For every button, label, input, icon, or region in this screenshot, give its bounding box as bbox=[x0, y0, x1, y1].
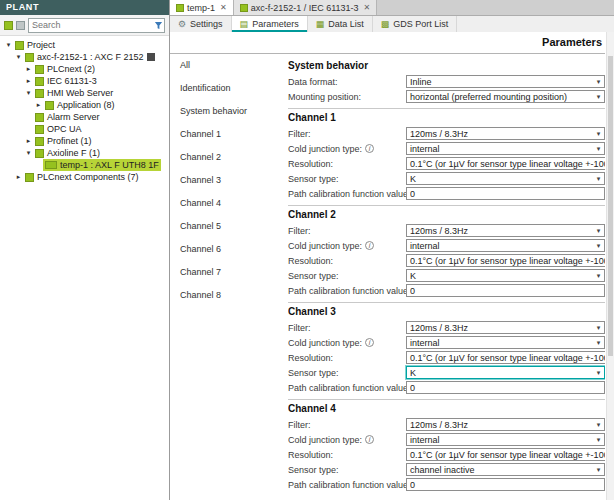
filter-icon[interactable] bbox=[152, 21, 164, 30]
field-label-text: Sensor type: bbox=[288, 465, 339, 475]
path-calibration-function-value-input[interactable] bbox=[406, 187, 605, 200]
field-row: Path calibration function value: bbox=[288, 381, 605, 394]
field-control bbox=[406, 381, 605, 394]
tree-view-icon[interactable] bbox=[4, 21, 13, 30]
info-icon[interactable]: i bbox=[365, 241, 374, 250]
tab-gds-port-list[interactable]: ▩ GDS Port List bbox=[373, 16, 458, 32]
params-nav-channel-5[interactable]: Channel 5 bbox=[170, 215, 282, 238]
cold-junction-type-select[interactable]: internal▾ bbox=[406, 142, 605, 155]
vertical-scrollbar[interactable] bbox=[606, 32, 614, 500]
tab-data-list[interactable]: ▦ Data List bbox=[308, 16, 373, 32]
tree-item-profinet-1[interactable]: ▸Profinet (1) bbox=[0, 135, 169, 147]
tree-item-axc-f-2152-1-axc-f-2152[interactable]: ▾axc-f-2152-1 : AXC F 2152 bbox=[0, 51, 169, 63]
close-icon[interactable]: ✕ bbox=[220, 3, 227, 12]
info-icon[interactable]: i bbox=[365, 144, 374, 153]
params-nav-channel-4[interactable]: Channel 4 bbox=[170, 192, 282, 215]
path-calibration-function-value-input[interactable] bbox=[406, 284, 605, 297]
field-row: Resolution:0.1°C (or 1µV for sensor type… bbox=[288, 448, 605, 461]
expand-arrow[interactable]: ▸ bbox=[34, 99, 43, 111]
tree-item-axioline-f-1[interactable]: ▾Axioline F (1) bbox=[0, 147, 169, 159]
data-format-select[interactable]: Inline▾ bbox=[406, 75, 605, 88]
select-value: K bbox=[407, 368, 593, 378]
expand-arrow[interactable]: ▾ bbox=[24, 87, 33, 99]
tree-item-application-8[interactable]: ▸Application (8) bbox=[0, 99, 169, 111]
tree-item-temp-1-axl-f-uth8-1f[interactable]: temp-1 : AXL F UTH8 1F bbox=[0, 159, 169, 171]
tree-item-plcnext-components-7[interactable]: ▸PLCnext Components (7) bbox=[0, 171, 169, 183]
sensor-type-select[interactable]: K▾ bbox=[406, 366, 605, 379]
tree-item-label: Application (8) bbox=[57, 100, 115, 110]
tab-label: temp-1 bbox=[187, 3, 215, 13]
field-label-text: Filter: bbox=[288, 226, 311, 236]
tab-settings[interactable]: ⚙ Settings bbox=[170, 16, 232, 32]
scrollbar-thumb[interactable] bbox=[608, 56, 613, 356]
filter-select[interactable]: 120ms / 8.3Hz▾ bbox=[406, 418, 605, 431]
profinet-icon bbox=[35, 137, 44, 146]
field-label-text: Resolution: bbox=[288, 450, 333, 460]
sensor-type-select[interactable]: K▾ bbox=[406, 172, 605, 185]
resolution-select[interactable]: 0.1°C (or 1µV for sensor type linear vol… bbox=[406, 157, 605, 170]
tree-item-project[interactable]: ▾Project bbox=[0, 39, 169, 51]
resolution-select[interactable]: 0.1°C (or 1µV for sensor type linear vol… bbox=[406, 448, 605, 461]
tree-item-content: IEC 61131-3 bbox=[33, 75, 99, 87]
tree-item-plcnext-2[interactable]: ▸PLCnext (2) bbox=[0, 63, 169, 75]
tree-item-iec-61131-3[interactable]: ▸IEC 61131-3 bbox=[0, 75, 169, 87]
tab-temp-1[interactable]: temp-1 ✕ bbox=[170, 0, 234, 15]
ribbon-label: Data List bbox=[328, 19, 364, 29]
filter-select[interactable]: 120ms / 8.3Hz▾ bbox=[406, 321, 605, 334]
params-nav-identification[interactable]: Identification bbox=[170, 77, 282, 100]
search-input[interactable] bbox=[29, 20, 152, 30]
cold-junction-type-select[interactable]: internal▾ bbox=[406, 239, 605, 252]
params-nav-channel-7[interactable]: Channel 7 bbox=[170, 261, 282, 284]
params-nav-channel-8[interactable]: Channel 8 bbox=[170, 284, 282, 307]
select-value: channel inactive bbox=[407, 465, 593, 475]
field-label: Cold junction type:i bbox=[288, 144, 406, 154]
close-icon[interactable]: ✕ bbox=[364, 3, 371, 12]
expand-arrow[interactable]: ▸ bbox=[14, 171, 23, 183]
field-control bbox=[406, 284, 605, 297]
cold-junction-type-select[interactable]: internal▾ bbox=[406, 336, 605, 349]
tree-options-icon[interactable] bbox=[16, 21, 25, 30]
info-icon[interactable]: i bbox=[365, 435, 374, 444]
sensor-type-select[interactable]: channel inactive▾ bbox=[406, 463, 605, 476]
tab-axc-f-2152-1-iec-61131-3[interactable]: axc-f-2152-1 / IEC 61131-3 ✕ bbox=[234, 0, 378, 15]
mounting-position-select[interactable]: horizontal (preferred mounting position)… bbox=[406, 90, 605, 103]
resolution-select[interactable]: 0.1°C (or 1µV for sensor type linear vol… bbox=[406, 254, 605, 267]
params-nav-channel-1[interactable]: Channel 1 bbox=[170, 123, 282, 146]
params-nav-all[interactable]: All bbox=[170, 54, 282, 77]
params-nav-channel-6[interactable]: Channel 6 bbox=[170, 238, 282, 261]
field-row: Cold junction type:iinternal▾ bbox=[288, 239, 605, 252]
device-badge-icon bbox=[147, 53, 155, 61]
expand-arrow[interactable]: ▾ bbox=[4, 39, 13, 51]
filter-select[interactable]: 120ms / 8.3Hz▾ bbox=[406, 127, 605, 140]
tab-parameters[interactable]: ▤ Parameters bbox=[232, 16, 308, 32]
filter-select[interactable]: 120ms / 8.3Hz▾ bbox=[406, 224, 605, 237]
resolution-select[interactable]: 0.1°C (or 1µV for sensor type linear vol… bbox=[406, 351, 605, 364]
tree-item-hmi-web-server[interactable]: ▾HMI Web Server bbox=[0, 87, 169, 99]
expand-arrow[interactable]: ▾ bbox=[24, 147, 33, 159]
tree-item-alarm-server[interactable]: Alarm Server bbox=[0, 111, 169, 123]
params-nav-channel-3[interactable]: Channel 3 bbox=[170, 169, 282, 192]
params-nav-channel-2[interactable]: Channel 2 bbox=[170, 146, 282, 169]
expand-arrow[interactable]: ▸ bbox=[24, 75, 33, 87]
cold-junction-type-select[interactable]: internal▾ bbox=[406, 433, 605, 446]
expand-arrow[interactable]: ▸ bbox=[24, 63, 33, 75]
select-value: internal bbox=[407, 435, 593, 445]
path-calibration-function-value-input[interactable] bbox=[406, 381, 605, 394]
field-row: Sensor type:K▾ bbox=[288, 366, 605, 379]
expand-arrow[interactable]: ▾ bbox=[14, 51, 23, 63]
select-value: horizontal (preferred mounting position) bbox=[407, 92, 593, 102]
path-calibration-function-value-input[interactable] bbox=[406, 478, 605, 491]
expand-arrow[interactable]: ▸ bbox=[24, 135, 33, 147]
field-control bbox=[406, 187, 605, 200]
tree-item-opc-ua[interactable]: OPC UA bbox=[0, 123, 169, 135]
field-label-text: Sensor type: bbox=[288, 368, 339, 378]
tree-item-content: HMI Web Server bbox=[33, 87, 115, 99]
params-nav-system-behavior[interactable]: System behavior bbox=[170, 100, 282, 123]
section-separator bbox=[288, 108, 605, 109]
info-icon[interactable]: i bbox=[365, 338, 374, 347]
field-row: Path calibration function value: bbox=[288, 284, 605, 297]
chevron-down-icon: ▾ bbox=[593, 367, 604, 378]
field-label-text: Filter: bbox=[288, 323, 311, 333]
field-label-text: Cold junction type: bbox=[288, 144, 362, 154]
sensor-type-select[interactable]: K▾ bbox=[406, 269, 605, 282]
